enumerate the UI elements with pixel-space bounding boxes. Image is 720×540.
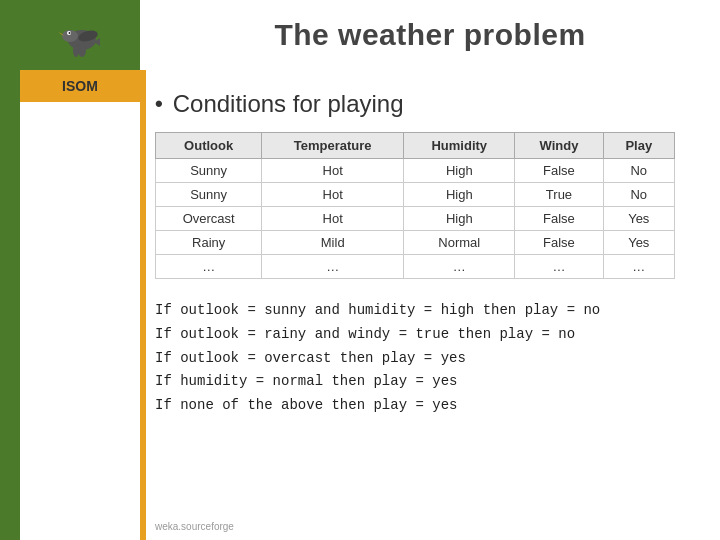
section-heading: Conditions for playing xyxy=(173,90,404,118)
table-row: SunnyHotHighFalseNo xyxy=(156,159,675,183)
rules-section: If outlook = sunny and humidity = high t… xyxy=(155,299,700,418)
main-content: • Conditions for playing OutlookTemperat… xyxy=(155,80,700,418)
orange-accent-bar xyxy=(140,70,146,540)
table-cell: Yes xyxy=(603,231,674,255)
rule-item: If none of the above then play = yes xyxy=(155,394,700,418)
bird-icon xyxy=(50,8,110,63)
svg-point-4 xyxy=(69,32,71,34)
table-cell: No xyxy=(603,159,674,183)
table-cell: Mild xyxy=(262,231,404,255)
rule-item: If outlook = rainy and windy = true then… xyxy=(155,323,700,347)
table-cell: False xyxy=(515,159,603,183)
svg-point-5 xyxy=(78,43,86,57)
footer-credit: weka.sourceforge xyxy=(155,521,234,532)
table-cell: Sunny xyxy=(156,159,262,183)
table-cell: Hot xyxy=(262,207,404,231)
table-row: …………… xyxy=(156,255,675,279)
table-cell: No xyxy=(603,183,674,207)
isom-label: ISOM xyxy=(20,70,140,102)
table-cell: High xyxy=(404,207,515,231)
rule-item: If outlook = overcast then play = yes xyxy=(155,347,700,371)
table-cell: … xyxy=(404,255,515,279)
table-cell: True xyxy=(515,183,603,207)
table-cell: Sunny xyxy=(156,183,262,207)
table-cell: High xyxy=(404,159,515,183)
table-row: SunnyHotHighTrueNo xyxy=(156,183,675,207)
table-header-row: OutlookTemperatureHumidityWindyPlay xyxy=(156,133,675,159)
table-header-cell: Windy xyxy=(515,133,603,159)
table-header-cell: Play xyxy=(603,133,674,159)
table-cell: High xyxy=(404,183,515,207)
table-cell: Rainy xyxy=(156,231,262,255)
table-header-cell: Temperature xyxy=(262,133,404,159)
table-cell: … xyxy=(515,255,603,279)
bullet-point: • xyxy=(155,91,163,117)
table-cell: False xyxy=(515,231,603,255)
table-cell: Hot xyxy=(262,159,404,183)
table-row: OvercastHotHighFalseYes xyxy=(156,207,675,231)
section-heading-row: • Conditions for playing xyxy=(155,90,700,118)
table-row: RainyMildNormalFalseYes xyxy=(156,231,675,255)
table-cell: … xyxy=(156,255,262,279)
table-cell: False xyxy=(515,207,603,231)
left-sidebar-bar xyxy=(0,70,20,540)
logo-area xyxy=(20,0,140,70)
table-cell: Hot xyxy=(262,183,404,207)
table-header-cell: Outlook xyxy=(156,133,262,159)
table-header-cell: Humidity xyxy=(404,133,515,159)
title-area: The weather problem xyxy=(140,0,720,70)
conditions-table: OutlookTemperatureHumidityWindyPlay Sunn… xyxy=(155,132,675,279)
table-cell: … xyxy=(603,255,674,279)
table-cell: … xyxy=(262,255,404,279)
page-title: The weather problem xyxy=(274,18,585,52)
svg-point-6 xyxy=(73,43,79,57)
table-cell: Yes xyxy=(603,207,674,231)
table-cell: Overcast xyxy=(156,207,262,231)
rule-item: If outlook = sunny and humidity = high t… xyxy=(155,299,700,323)
rule-item: If humidity = normal then play = yes xyxy=(155,370,700,394)
table-cell: Normal xyxy=(404,231,515,255)
